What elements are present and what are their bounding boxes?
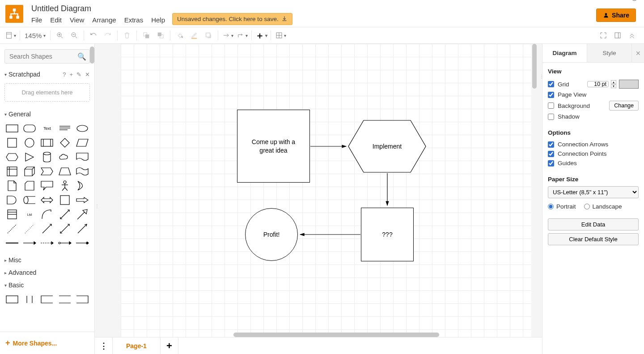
more-shapes-button[interactable]: +More Shapes... — [0, 332, 94, 354]
shape-note[interactable] — [4, 179, 20, 192]
section-general[interactable]: ▾General — [0, 108, 94, 120]
shape-container[interactable] — [56, 194, 73, 206]
menu-arrange[interactable]: Arrange — [92, 16, 116, 24]
background-checkbox[interactable] — [548, 102, 554, 109]
shape-curve[interactable] — [39, 208, 55, 221]
table-button[interactable]: ▾ — [274, 29, 287, 42]
shape-connector4[interactable] — [56, 237, 73, 249]
grid-checkbox[interactable] — [548, 81, 554, 87]
menu-extras[interactable]: Extras — [124, 16, 144, 24]
shadow-checkbox[interactable] — [548, 114, 554, 120]
collapse-right-handle[interactable]: ⋮ — [539, 66, 542, 86]
canvas-scroll-horizontal[interactable] — [233, 333, 439, 337]
undo-button[interactable] — [87, 29, 100, 42]
sidebar-scrollbar[interactable] — [90, 47, 94, 64]
scratchpad-dropzone[interactable]: Drag elements here — [4, 83, 90, 102]
shape-dotted-line[interactable] — [21, 222, 38, 235]
close-panel-button[interactable]: ✕ — [631, 44, 644, 62]
shape-data-store[interactable] — [21, 194, 38, 206]
shape-basic-partial2[interactable] — [56, 293, 73, 306]
section-advanced[interactable]: ▸Advanced — [0, 266, 94, 279]
change-bg-button[interactable]: Change — [609, 101, 639, 111]
section-misc[interactable]: ▸Misc — [0, 254, 94, 266]
shadow-button[interactable] — [202, 29, 215, 42]
grid-size-input[interactable] — [587, 81, 609, 87]
shape-connector2[interactable] — [21, 237, 38, 249]
shape-list[interactable] — [4, 208, 20, 221]
shape-tape[interactable] — [74, 165, 91, 178]
fill-color-button[interactable] — [173, 29, 186, 42]
scratchpad-close-icon[interactable]: ✕ — [85, 71, 90, 78]
share-button[interactable]: Share — [596, 9, 636, 22]
menu-view[interactable]: View — [70, 16, 84, 24]
shape-basic-partial3[interactable] — [74, 293, 91, 306]
shape-connector5[interactable] — [74, 237, 91, 249]
shape-textbox[interactable] — [56, 122, 73, 135]
canvas[interactable]: ⋮ Come up with a great idea Implement ??… — [95, 44, 542, 337]
shape-parallelogram[interactable] — [74, 136, 91, 149]
shape-hexagon[interactable] — [4, 151, 20, 163]
shape-arrow-thick[interactable] — [74, 208, 91, 221]
shape-basic-rect[interactable] — [4, 293, 20, 306]
shape-process[interactable] — [39, 136, 55, 149]
shape-document[interactable] — [74, 151, 91, 163]
app-logo[interactable] — [5, 5, 23, 23]
page-setup-button[interactable]: ▾ — [4, 29, 17, 42]
menu-edit[interactable]: Edit — [50, 16, 62, 24]
shape-actor[interactable] — [56, 179, 73, 192]
portrait-radio[interactable] — [548, 204, 554, 209]
shape-list2[interactable]: List — [21, 208, 38, 221]
guides-checkbox[interactable] — [548, 160, 554, 166]
landscape-radio[interactable] — [584, 204, 590, 209]
edit-data-button[interactable]: Edit Data — [548, 218, 639, 230]
shape-basic-partial1[interactable] — [39, 293, 55, 306]
shape-line-open[interactable] — [74, 222, 91, 235]
to-back-button[interactable] — [154, 29, 167, 42]
connection-button[interactable]: ▾ — [221, 29, 234, 42]
paper[interactable]: Come up with a great idea Implement ??? … — [121, 44, 531, 337]
shape-internal[interactable] — [4, 165, 20, 178]
shape-ellipse[interactable] — [74, 122, 91, 135]
shape-or[interactable] — [74, 179, 91, 192]
shape-text[interactable]: Text — [39, 122, 55, 135]
redo-button[interactable] — [101, 29, 114, 42]
tab-style[interactable]: Style — [587, 44, 631, 62]
conn-arrows-checkbox[interactable] — [548, 141, 554, 148]
menu-file[interactable]: File — [31, 16, 42, 24]
shape-circle[interactable] — [21, 136, 38, 149]
line-color-button[interactable] — [187, 29, 201, 42]
conn-points-checkbox[interactable] — [548, 151, 554, 157]
shape-rounded[interactable] — [21, 122, 38, 135]
language-icon[interactable]: ⊕ — [631, 0, 638, 3]
page-tab-1[interactable]: Page-1 — [113, 337, 161, 354]
shape-cube[interactable] — [21, 165, 38, 178]
scratchpad-add-icon[interactable]: + — [69, 71, 73, 78]
shape-connector3[interactable] — [39, 237, 55, 249]
unsaved-banner[interactable]: Unsaved changes. Click here to save. — [172, 13, 292, 25]
shape-cloud[interactable] — [56, 151, 73, 163]
shape-line-arrow1[interactable] — [39, 222, 55, 235]
insert-button[interactable]: ＋▾ — [254, 29, 268, 42]
shape-square[interactable] — [4, 136, 20, 149]
grid-step-up[interactable]: ▲ — [611, 80, 616, 84]
shape-callout[interactable] — [39, 179, 55, 192]
to-front-button[interactable] — [140, 29, 153, 42]
pageview-checkbox[interactable] — [548, 92, 554, 98]
shape-connector1[interactable] — [4, 237, 20, 249]
search-icon[interactable]: 🔍 — [77, 52, 86, 61]
shape-bidir-arrow[interactable] — [56, 208, 73, 221]
pages-menu-button[interactable]: ⋮ — [95, 337, 113, 354]
scratchpad-edit-icon[interactable]: ✎ — [76, 71, 81, 78]
shape-basic-parallel[interactable] — [21, 293, 38, 306]
canvas-scroll-vertical[interactable] — [532, 44, 537, 89]
document-title[interactable]: Untitled Diagram — [30, 4, 165, 13]
shape-and[interactable] — [4, 194, 20, 206]
shape-rectangle[interactable] — [4, 122, 20, 135]
scratchpad-header[interactable]: ▾ Scratchpad ? + ✎ ✕ — [0, 68, 94, 81]
shape-line-arrow2[interactable] — [56, 222, 73, 235]
clear-style-button[interactable]: Clear Default Style — [548, 233, 639, 245]
fullscreen-button[interactable] — [597, 29, 610, 42]
shape-trapezoid[interactable] — [56, 165, 73, 178]
shape-diamond[interactable] — [56, 136, 73, 149]
shape-card[interactable] — [21, 179, 38, 192]
